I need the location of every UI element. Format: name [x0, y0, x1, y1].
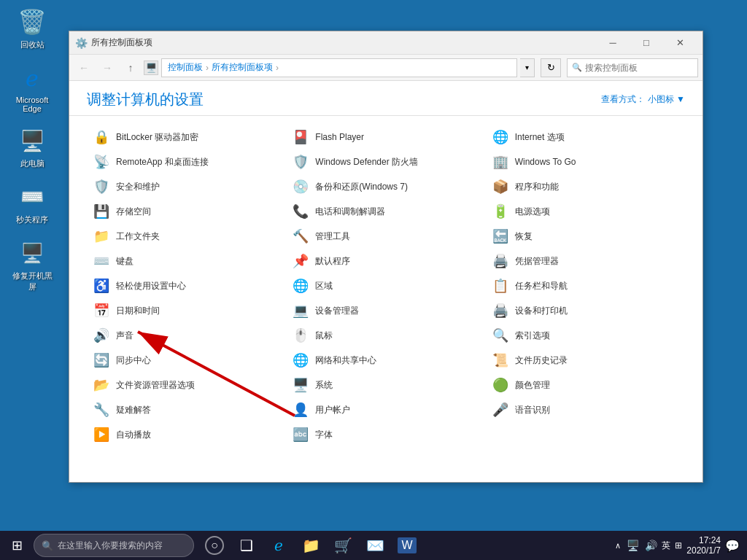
item-icon: 👤	[292, 401, 309, 419]
control-item-工作文件夹[interactable]: 📁工作文件夹	[87, 224, 286, 249]
control-item-颜色管理[interactable]: 🟢颜色管理	[486, 373, 685, 397]
control-item-自动播放[interactable]: ▶️自动播放	[87, 422, 286, 447]
item-icon: 🔤	[292, 426, 309, 443]
item-icon: 🔒	[93, 128, 110, 146]
control-item-声音[interactable]: 🔊声音	[87, 323, 286, 348]
item-label: 恢复	[515, 230, 533, 243]
control-item-电源选项[interactable]: 🔋电源选项	[486, 199, 685, 224]
taskbar-search[interactable]: 🔍 在这里输入你要搜索的内容	[34, 534, 194, 557]
control-item-同步中心[interactable]: 🔄同步中心	[87, 348, 286, 373]
item-icon: 🏢	[492, 153, 509, 171]
control-item-Flash-Player[interactable]: 🎴Flash Player	[286, 125, 485, 149]
control-item-语音识别[interactable]: 🎤语音识别	[486, 397, 685, 422]
maximize-button[interactable]: □	[630, 31, 663, 55]
taskbar-clock[interactable]: 17:24 2020/1/7	[686, 535, 721, 556]
control-item-Windows-Defender-防火墙[interactable]: 🛡️Windows Defender 防火墙	[286, 149, 485, 174]
refresh-button[interactable]: ↻	[541, 58, 561, 77]
notification-icon[interactable]: 💬	[725, 539, 740, 553]
search-input[interactable]	[585, 63, 693, 73]
control-item-日期和时间[interactable]: 📅日期和时间	[87, 298, 286, 323]
mail-icon: ✉️	[366, 537, 384, 554]
control-item-任务栏和导航[interactable]: 📋任务栏和导航	[486, 273, 685, 298]
control-item-设备和打印机[interactable]: 🖨️设备和打印机	[486, 298, 685, 323]
item-label: 电话和调制解调器	[315, 206, 385, 218]
control-item-默认程序[interactable]: 📌默认程序	[286, 249, 485, 273]
system-tray: ∧ 🖥️ 🔊	[615, 540, 657, 551]
breadcrumb-dropdown[interactable]: ▾	[520, 58, 535, 77]
control-item-字体[interactable]: 🔤字体	[286, 422, 485, 447]
close-button[interactable]: ✕	[663, 31, 697, 55]
control-item-设备管理器[interactable]: 💻设备管理器	[286, 298, 485, 323]
control-item-管理工具[interactable]: 🔨管理工具	[286, 224, 485, 249]
item-icon: 💾	[93, 203, 110, 220]
item-icon: 📞	[292, 203, 309, 220]
taskbar-item-explorer[interactable]: 📁	[296, 531, 325, 560]
control-item-用户帐户[interactable]: 👤用户帐户	[286, 397, 485, 422]
item-icon: 📜	[492, 351, 509, 369]
control-item-程序和功能[interactable]: 📦程序和功能	[486, 174, 685, 199]
control-item-网络和共享中心[interactable]: 🌐网络和共享中心	[286, 348, 485, 373]
edge-icon[interactable]: ℯ Microsoft Edge	[9, 63, 55, 113]
item-label: 安全和维护	[116, 181, 160, 193]
window-title: 所有控制面板项	[91, 36, 596, 49]
taskbar-item-edge[interactable]: ℯ	[264, 531, 293, 560]
taskbar-item-tasksview[interactable]: ❑	[232, 531, 261, 560]
taskbar-item-word[interactable]: W	[392, 531, 422, 560]
back-button[interactable]: ←	[74, 58, 94, 78]
this-pc-icon[interactable]: 🖥️ 此电脑	[9, 126, 55, 169]
item-icon: 🛡️	[93, 178, 110, 195]
control-item-键盘[interactable]: ⌨️键盘	[87, 249, 286, 273]
search-box[interactable]: 🔍	[567, 58, 698, 77]
control-item-存储空间[interactable]: 💾存储空间	[87, 199, 286, 224]
breadcrumb-item-cp[interactable]: 控制面板	[168, 61, 203, 74]
item-icon: 💿	[292, 178, 309, 195]
tray-icon-network[interactable]: 🖥️	[627, 540, 639, 551]
control-item-索引选项[interactable]: 🔍索引选项	[486, 323, 685, 348]
control-item-轻松使用设置中心[interactable]: ♿轻松使用设置中心	[87, 273, 286, 298]
clock-time: 17:24	[686, 535, 721, 545]
minimize-button[interactable]: ─	[596, 31, 630, 55]
control-item-文件历史记录[interactable]: 📜文件历史记录	[486, 348, 685, 373]
breadcrumb[interactable]: 控制面板 › 所有控制面板项 ›	[161, 58, 517, 77]
item-label: 索引选项	[515, 330, 550, 342]
shortcuts-icon[interactable]: ⌨️ 秒关程序	[9, 182, 55, 225]
control-item-系统[interactable]: 🖥️系统	[286, 373, 485, 397]
tray-icon-arrow[interactable]: ∧	[615, 541, 621, 551]
control-item-备份和还原(Windows-7)[interactable]: 💿备份和还原(Windows 7)	[286, 174, 485, 199]
control-item-恢复[interactable]: 🔙恢复	[486, 224, 685, 249]
taskbar-item-cortana[interactable]: ○	[200, 531, 229, 560]
control-item-鼠标[interactable]: 🖱️鼠标	[286, 323, 485, 348]
item-label: 默认程序	[315, 255, 350, 268]
item-label: 程序和功能	[515, 181, 559, 193]
taskbar-item-mail[interactable]: ✉️	[360, 531, 390, 560]
view-mode-label: 查看方式：	[601, 93, 645, 106]
view-mode-value[interactable]: 小图标 ▼	[648, 93, 685, 106]
control-item-Windows-To-Go[interactable]: 🏢Windows To Go	[486, 149, 685, 174]
start-button[interactable]: ⊞	[0, 531, 34, 560]
control-item-凭据管理器[interactable]: 🖨️凭据管理器	[486, 249, 685, 273]
control-item-Internet-选项[interactable]: 🌐Internet 选项	[486, 125, 685, 149]
forward-button[interactable]: →	[97, 58, 117, 78]
item-label: 疑难解答	[116, 404, 151, 416]
ime-icon[interactable]: ⊞	[675, 540, 682, 551]
location-icon: 🖥️	[144, 61, 158, 75]
control-item-区域[interactable]: 🌐区域	[286, 273, 485, 298]
control-item-BitLocker-驱动器加密[interactable]: 🔒BitLocker 驱动器加密	[87, 125, 286, 149]
language-indicator[interactable]: 英	[662, 540, 670, 552]
control-item-疑难解答[interactable]: 🔧疑难解答	[87, 397, 286, 422]
item-label: 存储空间	[116, 206, 151, 218]
taskbar-item-store[interactable]: 🛒	[328, 531, 357, 560]
recycle-bin-icon[interactable]: 🗑️ 回收站	[9, 7, 55, 50]
control-item-电话和调制解调器[interactable]: 📞电话和调制解调器	[286, 199, 485, 224]
item-icon: 📦	[492, 178, 509, 195]
items-grid: 🔒BitLocker 驱动器加密📡RemoteApp 和桌面连接🛡️安全和维护💾…	[87, 125, 685, 447]
item-label: 自动播放	[116, 429, 151, 441]
breadcrumb-item-all[interactable]: 所有控制面板项	[212, 61, 273, 74]
item-label: 设备管理器	[315, 305, 359, 317]
up-button[interactable]: ↑	[120, 58, 141, 78]
control-item-文件资源管理器选项[interactable]: 📂文件资源管理器选项	[87, 373, 286, 397]
control-item-安全和维护[interactable]: 🛡️安全和维护	[87, 174, 286, 199]
tray-icon-sound[interactable]: 🔊	[645, 540, 657, 551]
control-item-RemoteApp-和桌面连接[interactable]: 📡RemoteApp 和桌面连接	[87, 149, 286, 174]
repair-icon[interactable]: 🖥️ 修复开机黑屏	[9, 238, 55, 292]
